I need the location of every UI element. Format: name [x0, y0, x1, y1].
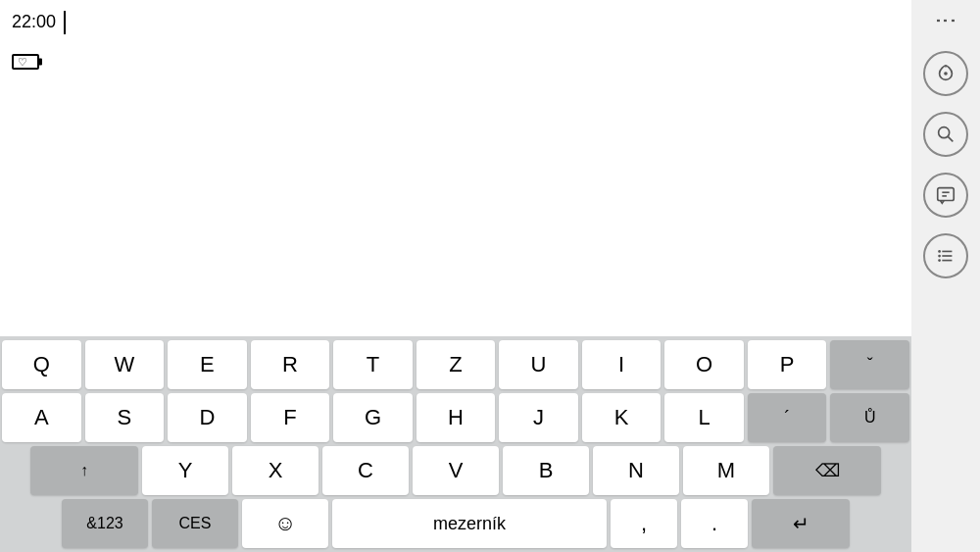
list-icon [935, 245, 956, 267]
key-row-1: Q W E R T Z U I O P ˇ [2, 340, 909, 389]
key-row-3: ↑ Y X C V B N M ⌫ [2, 446, 909, 495]
search-button[interactable] [923, 112, 968, 157]
key-F[interactable]: F [251, 393, 330, 442]
key-V[interactable]: V [413, 446, 499, 495]
cursor-line [64, 11, 66, 34]
symbols-button[interactable]: &123 [62, 499, 148, 548]
key-X[interactable]: X [232, 446, 318, 495]
key-row-4: &123 CES ☺ mezerník , . ↵ [2, 499, 909, 548]
key-T[interactable]: T [333, 340, 413, 389]
key-chevron[interactable]: ˇ [830, 340, 909, 389]
key-K[interactable]: K [582, 393, 662, 442]
ces-button[interactable]: CES [152, 499, 238, 548]
svg-point-11 [938, 259, 941, 262]
period-button[interactable]: . [681, 499, 748, 548]
shift-button[interactable]: ↑ [30, 446, 138, 495]
chat-button[interactable] [923, 173, 968, 218]
emoji-button[interactable]: ☺ [242, 499, 328, 548]
key-J[interactable]: J [499, 393, 578, 442]
svg-point-2 [939, 127, 950, 138]
svg-point-7 [938, 250, 941, 253]
key-H[interactable]: H [416, 393, 496, 442]
key-E[interactable]: E [168, 340, 247, 389]
paint-button[interactable] [923, 51, 968, 96]
key-acute[interactable]: ´ [748, 393, 827, 442]
key-Z[interactable]: Z [416, 340, 496, 389]
keyboard: Q W E R T Z U I O P ˇ A S D F G H J K L … [0, 336, 911, 552]
chat-icon [935, 184, 956, 206]
key-Y[interactable]: Y [142, 446, 228, 495]
key-C[interactable]: C [322, 446, 409, 495]
key-G[interactable]: G [333, 393, 413, 442]
search-icon [935, 124, 956, 145]
svg-line-3 [948, 136, 953, 141]
key-Q[interactable]: Q [2, 340, 81, 389]
key-S[interactable]: S [85, 393, 165, 442]
comma-button[interactable]: , [611, 499, 677, 548]
svg-rect-4 [938, 188, 955, 201]
space-button[interactable]: mezerník [332, 499, 607, 548]
enter-button[interactable]: ↵ [752, 499, 850, 548]
right-sidebar: ⋮ [911, 0, 980, 552]
key-O[interactable]: O [664, 340, 744, 389]
time-display: 22:00 [12, 12, 56, 32]
key-R[interactable]: R [251, 340, 330, 389]
key-B[interactable]: B [503, 446, 589, 495]
key-L[interactable]: L [664, 393, 744, 442]
status-bar: 22:00 [0, 0, 980, 44]
list-button[interactable] [923, 233, 968, 278]
backspace-button[interactable]: ⌫ [773, 446, 881, 495]
key-I[interactable]: I [582, 340, 662, 389]
key-N[interactable]: N [593, 446, 679, 495]
key-M[interactable]: M [683, 446, 769, 495]
key-P[interactable]: P [748, 340, 827, 389]
more-options-button[interactable]: ⋮ [933, 10, 958, 29]
paint-icon [935, 63, 956, 84]
battery-icon: ♡ [12, 54, 39, 70]
key-W[interactable]: W [85, 340, 165, 389]
key-A[interactable]: A [2, 393, 81, 442]
key-U-ring[interactable]: Ů [830, 393, 909, 442]
battery-indicator: ♡ [12, 54, 39, 70]
key-D[interactable]: D [168, 393, 247, 442]
svg-point-9 [938, 255, 941, 258]
key-U[interactable]: U [499, 340, 578, 389]
battery-heart: ♡ [18, 57, 27, 68]
svg-point-0 [944, 72, 948, 75]
key-row-2: A S D F G H J K L ´ Ů [2, 393, 909, 442]
